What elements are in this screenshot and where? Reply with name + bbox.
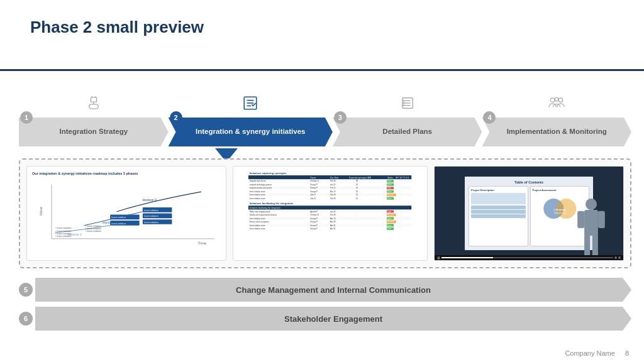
step-4-arrow: 4 Implementation & Monitoring (482, 118, 631, 146)
svg-point-136 (586, 199, 597, 210)
svg-text:-: - (356, 214, 357, 216)
slide-2-card: Initiatives capturing synergies Owner Du… (233, 166, 428, 261)
step-2-body: Integration & synergy initiatives (169, 118, 333, 146)
svg-text:Mar 15: Mar 15 (330, 217, 336, 220)
svg-rect-137 (584, 210, 598, 236)
svg-text:42: 42 (356, 184, 358, 186)
svg-rect-140 (584, 234, 590, 257)
step-2: 2 Integration & synergy initiatives (169, 91, 333, 146)
svg-text:• Insert initiative: • Insert initiative (55, 236, 71, 238)
step-3-body: Detailed Plans (333, 118, 482, 146)
svg-text:38: 38 (356, 180, 358, 182)
svg-text:Initiatives facilitating the i: Initiatives facilitating the integration (250, 202, 294, 205)
svg-text:George P.: George P. (310, 187, 318, 189)
svg-text:integrate process and system: integrate process and system (250, 187, 272, 189)
svg-text:Define new company vision: Define new company vision (250, 211, 271, 213)
svg-text:-: - (356, 211, 357, 213)
svg-rect-138 (577, 211, 584, 228)
svg-text:41: 41 (356, 187, 358, 189)
bottom-section: 5 Change Management and Internal Communi… (19, 278, 631, 336)
steps-row: 1 Integration Strategy 2 Integration & s… (19, 74, 631, 146)
svg-text:Done: Done (387, 190, 392, 193)
svg-text:Late: Late (387, 187, 391, 189)
svg-text:Feb 28: Feb 28 (330, 194, 336, 196)
svg-text:Status: Status (387, 177, 393, 179)
svg-text:Christian G.: Christian G. (310, 180, 319, 182)
svg-text:• Insert initiative: • Insert initiative (55, 230, 71, 233)
svg-text:Insert initiative name: Insert initiative name (250, 217, 265, 220)
svg-point-13 (403, 105, 404, 106)
svg-text:Done: Done (387, 217, 392, 220)
svg-text:• Insert initiative: • Insert initiative (86, 231, 101, 233)
svg-text:Insert initiative name: Insert initiative name (250, 194, 265, 196)
svg-point-11 (403, 101, 404, 101)
svg-text:M  T  W  T  F  S  S: M T W T F S S (396, 177, 409, 179)
svg-text:Mar 28: Mar 28 (330, 221, 336, 223)
bottom-num-6: 6 (19, 312, 33, 326)
step-2-arrow: 2 Integration & synergy initiatives (169, 118, 333, 146)
step-1-body: Integration Strategy (19, 118, 169, 146)
step-3-arrow: 3 Detailed Plans (333, 118, 482, 146)
svg-point-14 (550, 98, 555, 102)
svg-text:Insert initiative: Insert initiative (144, 221, 158, 224)
svg-rect-141 (592, 234, 598, 257)
svg-text:Insert initiative: Insert initiative (144, 209, 158, 212)
step-4: 4 Implementation & Monitoring (482, 91, 631, 146)
footer-page-number: 8 (625, 349, 629, 357)
svg-text:George P.: George P. (310, 184, 318, 186)
svg-point-12 (403, 102, 404, 103)
svg-text:Insert initiative name: Insert initiative name (250, 224, 265, 227)
slide1-title: Our integration & synergy initiatives ro… (32, 172, 221, 176)
svg-text:Done: Done (387, 184, 392, 186)
svg-text:Done: Done (387, 228, 392, 230)
svg-text:Jan 20: Jan 20 (330, 211, 336, 213)
svg-text:Jan 20: Jan 20 (330, 184, 336, 186)
svg-text:Mar 31: Mar 31 (330, 224, 336, 227)
svg-text:Insert initiative: Insert initiative (111, 222, 126, 225)
svg-text:Owner: Owner (310, 177, 316, 179)
svg-text:Done: Done (387, 180, 392, 182)
slide-1-card: Our integration & synergy initiatives ro… (26, 166, 226, 261)
svg-text:Time: Time (198, 242, 207, 246)
svg-text:Ayesha P.: Ayesha P. (310, 211, 318, 213)
svg-text:18: 18 (356, 194, 358, 196)
svg-text:Expected synergies ($M): Expected synergies ($M) (349, 177, 371, 179)
svg-text:On track: On track (387, 194, 394, 196)
svg-text:Mar 15: Mar 15 (330, 190, 336, 193)
slide-3-card: Table of Contents Project Description Pr… (434, 166, 624, 261)
footer: Company Name 8 (565, 349, 629, 357)
svg-text:Horizon 3: Horizon 3 (143, 199, 157, 202)
content-preview-area: Our integration & synergy initiatives ro… (19, 158, 631, 268)
svg-text:George P.: George P. (310, 190, 318, 193)
top-divider (0, 69, 644, 71)
svg-text:On track: On track (387, 221, 394, 223)
svg-text:25: 25 (356, 197, 358, 200)
svg-text:Feb 15: Feb 15 (330, 187, 336, 189)
svg-text:Identify new organizational st: Identify new organizational structure (250, 214, 277, 216)
svg-text:Feb 28: Feb 28 (330, 214, 336, 216)
svg-text:integrate technology systems: integrate technology systems (250, 184, 272, 186)
step-1-badge: 1 (20, 111, 33, 124)
step-1: 1 Integration Strategy (19, 91, 169, 146)
svg-text:Integrate sales forces: Integrate sales forces (250, 180, 267, 182)
svg-text:Christian B.: Christian B. (310, 214, 319, 216)
svg-text:John D.: John D. (310, 197, 316, 200)
slide3-project-desc: Project Description (471, 189, 526, 192)
bottom-arrow-5-label: Change Management and Internal Communica… (236, 285, 431, 295)
bottom-arrow-6: 6 Stakeholder Engagement (19, 307, 631, 331)
page-title: Phase 2 small preview (30, 18, 204, 37)
bottom-arrow-5: 5 Change Management and Internal Communi… (19, 278, 631, 302)
svg-text:• Insert initiative: • Insert initiative (55, 233, 71, 235)
svg-rect-139 (598, 211, 605, 228)
svg-text:Late: Late (387, 211, 391, 213)
footer-company: Company Name (565, 349, 614, 357)
svg-text:Value: Value (38, 207, 42, 216)
step-1-label: Integration Strategy (59, 128, 128, 136)
step-3-label: Detailed Plans (382, 128, 432, 136)
svg-text:-: - (356, 218, 357, 220)
svg-text:• Insert initiative: • Insert initiative (86, 225, 101, 228)
svg-text:35: 35 (356, 190, 358, 193)
step-1-arrow: 1 Integration Strategy (19, 118, 169, 146)
step-2-label: Integration & synergy initiatives (196, 128, 305, 136)
step-4-body: Implementation & Monitoring (482, 118, 631, 146)
